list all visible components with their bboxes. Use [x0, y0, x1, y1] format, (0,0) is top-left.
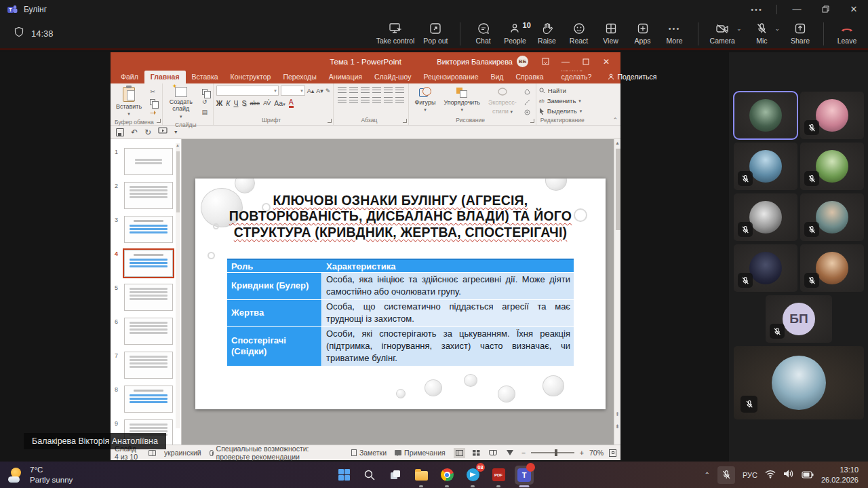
copy-icon[interactable]: [147, 98, 158, 106]
bullets-icon[interactable]: [338, 87, 347, 94]
bold-button[interactable]: Ж: [216, 99, 223, 107]
undo-icon[interactable]: ↶: [131, 128, 138, 137]
reset-icon[interactable]: ↺: [199, 98, 210, 106]
chat-button[interactable]: Chat: [472, 21, 495, 45]
find-button[interactable]: Найти: [539, 86, 590, 96]
camera-chevron-icon[interactable]: ⌄: [736, 25, 742, 45]
slide-thumbnail[interactable]: 7: [111, 348, 181, 382]
language-indicator[interactable]: украинский: [164, 449, 201, 457]
shapes-button[interactable]: Фигуры ▾: [412, 86, 438, 116]
start-button[interactable]: [334, 466, 353, 485]
participant-tile[interactable]: [734, 143, 797, 190]
ppt-maximize-button[interactable]: [576, 53, 596, 70]
save-icon[interactable]: [116, 128, 124, 136]
ppt-tab-Слайд-шоу[interactable]: Слайд-шоу: [368, 71, 417, 83]
dialog-launcher-icon[interactable]: [530, 119, 534, 123]
take-control-button[interactable]: Take control: [376, 21, 415, 45]
ribbon-options-button[interactable]: [535, 53, 555, 70]
participant-tile[interactable]: [800, 143, 864, 190]
decrease-indent-icon[interactable]: [361, 87, 370, 94]
redo-icon[interactable]: ↻: [144, 128, 151, 137]
collapse-ribbon-icon[interactable]: ⌃: [612, 117, 618, 124]
apps-button[interactable]: Apps: [631, 21, 654, 45]
zoom-in-button[interactable]: +: [580, 449, 584, 457]
telegram-button[interactable]: 08: [463, 466, 482, 485]
text-shadow-button[interactable]: S: [241, 99, 246, 107]
slide-thumbnail[interactable]: 8: [111, 382, 181, 416]
ppt-tab-Переходы[interactable]: Переходы: [277, 71, 322, 83]
scroll-up-icon[interactable]: ▲: [615, 140, 620, 145]
shape-fill-icon[interactable]: [522, 88, 533, 96]
new-slide-button[interactable]: Создать слайд ▾: [165, 86, 197, 121]
select-button[interactable]: Выделить ▾: [539, 107, 590, 116]
file-explorer-button[interactable]: [412, 466, 431, 485]
line-spacing-icon[interactable]: [384, 87, 393, 94]
window-minimize-button[interactable]: —: [783, 0, 811, 18]
paste-button[interactable]: Вставить ▾: [113, 86, 144, 118]
qat-customize-icon[interactable]: ▾: [174, 129, 177, 135]
grow-font-icon[interactable]: А▴: [307, 88, 315, 94]
dialog-launcher-icon[interactable]: [157, 119, 161, 123]
slide-thumbnail[interactable]: 5: [111, 280, 181, 314]
char-spacing-button[interactable]: AV̓: [263, 100, 271, 107]
thumbnail-scrollbar[interactable]: [176, 143, 180, 428]
slide-thumbnail[interactable]: 2: [111, 179, 181, 212]
slideshow-button[interactable]: [505, 448, 516, 458]
taskbar-search-button[interactable]: [360, 466, 379, 485]
weather-widget[interactable]: 7°C Partly sunny: [8, 465, 73, 485]
font-size-combo[interactable]: ▾: [281, 86, 305, 96]
mic-chevron-icon[interactable]: ⌄: [774, 25, 780, 45]
change-case-button[interactable]: Aa▾: [274, 99, 285, 107]
increase-indent-icon[interactable]: [372, 87, 381, 94]
font-color-button[interactable]: А: [289, 98, 294, 108]
cut-icon[interactable]: ✂: [147, 88, 158, 96]
wifi-icon[interactable]: [765, 469, 776, 481]
leave-button[interactable]: Leave: [835, 21, 859, 45]
shape-effects-icon[interactable]: [522, 108, 533, 116]
slide-sorter-button[interactable]: [471, 448, 482, 458]
ppt-tab-Вставка[interactable]: Вставка: [186, 71, 224, 83]
justify-icon[interactable]: [372, 97, 381, 105]
tray-overflow-chevron[interactable]: ⌃: [705, 471, 710, 478]
slide-thumbnail[interactable]: 6: [111, 314, 181, 348]
ppt-minimize-button[interactable]: —: [555, 53, 576, 70]
ppt-close-button[interactable]: ✕: [596, 53, 616, 70]
slide-thumbnail[interactable]: 3: [111, 212, 181, 246]
zoom-out-button[interactable]: −: [521, 449, 526, 457]
participant-tile[interactable]: [734, 193, 797, 241]
camera-button[interactable]: Camera: [710, 21, 735, 45]
view-button[interactable]: View: [599, 21, 623, 45]
slide[interactable]: КЛЮЧОВІ ОЗНАКИ БУЛІНГУ (АГРЕСІЯ, ПОВТОРЮ…: [195, 179, 606, 409]
participant-tile[interactable]: [800, 92, 864, 139]
comments-button[interactable]: Примечания: [395, 449, 446, 457]
taskbar-clock[interactable]: 13:10 26.02.2026: [821, 465, 859, 485]
text-direction-icon[interactable]: [395, 87, 404, 94]
share-button[interactable]: Share: [789, 21, 812, 45]
ppt-tab-Анимация[interactable]: Анимация: [323, 71, 368, 83]
fit-slide-button[interactable]: [609, 449, 616, 457]
ppt-tab-Конструктор[interactable]: Конструктор: [224, 71, 277, 83]
smartart-convert-icon[interactable]: [395, 97, 404, 105]
ppt-tab-Вид[interactable]: Вид: [485, 71, 510, 83]
zoom-slider[interactable]: [531, 452, 574, 453]
participant-tile[interactable]: [800, 244, 864, 292]
shrink-font-icon[interactable]: А▾: [316, 88, 323, 94]
spellcheck-button[interactable]: [149, 450, 156, 456]
slide-scrollbar[interactable]: ▲ ⇞ ⇟: [614, 139, 620, 445]
accessibility-checker[interactable]: Специальные возможности: проверьте реком…: [210, 445, 313, 461]
pdf-app-button[interactable]: PDF: [489, 466, 508, 485]
shape-outline-icon[interactable]: [522, 98, 533, 106]
section-icon[interactable]: ▤: [199, 108, 210, 116]
chrome-button[interactable]: [437, 466, 456, 485]
participant-tile[interactable]: [734, 92, 797, 139]
arrange-button[interactable]: Упорядочить ▾: [441, 86, 483, 116]
quick-styles-button[interactable]: Экспресс- стили ▾: [486, 86, 519, 116]
react-button[interactable]: React: [568, 21, 591, 45]
format-painter-icon[interactable]: [147, 108, 158, 116]
align-right-icon[interactable]: [361, 97, 370, 105]
normal-view-button[interactable]: [454, 448, 465, 458]
align-center-icon[interactable]: [349, 97, 358, 105]
ppt-tab-Рецензирование[interactable]: Рецензирование: [417, 71, 484, 83]
font-name-combo[interactable]: ▾: [216, 86, 279, 96]
underline-button[interactable]: Ч: [233, 99, 238, 107]
